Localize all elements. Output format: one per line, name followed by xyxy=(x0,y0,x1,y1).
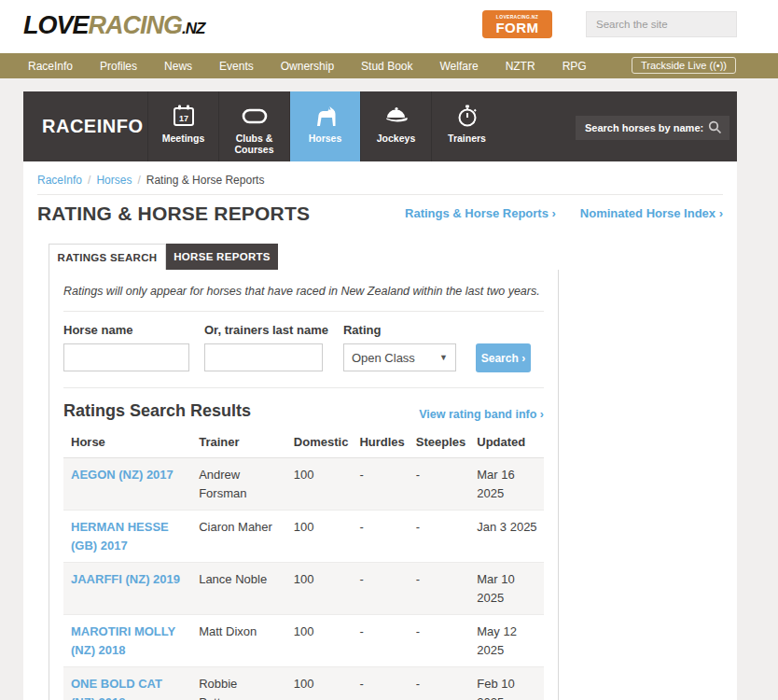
site-search-input[interactable] xyxy=(586,11,737,37)
domestic-cell: 100 xyxy=(286,667,353,700)
site-header: LOVERACING.NZ LOVERACING.NZ FORM xyxy=(0,0,778,53)
updated-cell: May 12 2025 xyxy=(469,615,544,667)
raceinfo-tab-meetings[interactable]: 17 Meetings xyxy=(147,91,218,161)
trainer-name-field: Or, trainers last name xyxy=(204,323,328,372)
hurdles-cell: - xyxy=(352,458,408,511)
steeples-cell: - xyxy=(409,511,469,563)
updated-cell: Mar 10 2025 xyxy=(469,563,544,615)
rating-label: Rating xyxy=(343,323,456,337)
updated-cell: Feb 10 2025 xyxy=(469,667,544,700)
form-button-label: FORM xyxy=(495,21,538,35)
raceinfo-tab-label: Horses xyxy=(309,133,342,144)
nav-item-stud-book[interactable]: Stud Book xyxy=(361,60,412,73)
nav-item-news[interactable]: News xyxy=(164,60,192,73)
horse-link[interactable]: AEGON (NZ) 2017 xyxy=(71,468,174,482)
col-trainer: Trainer xyxy=(191,427,286,458)
steeples-cell: - xyxy=(409,667,469,700)
search-button[interactable]: Search › xyxy=(476,343,531,372)
trainer-cell: Ciaron Maher xyxy=(191,511,286,563)
raceinfo-tab-horses[interactable]: Horses xyxy=(289,91,360,161)
view-rating-band-link[interactable]: View rating band info › xyxy=(419,408,544,421)
domestic-cell: 100 xyxy=(286,511,353,563)
nav-item-nztr[interactable]: NZTR xyxy=(506,60,535,73)
title-row: RATING & HORSE REPORTS Ratings & Horse R… xyxy=(37,203,723,225)
nav-item-raceinfo[interactable]: RaceInfo xyxy=(28,60,73,73)
col-hurdles: Hurdles xyxy=(352,427,408,458)
content-card: RACEINFO 17 Meetings Clubs & Courses xyxy=(23,91,737,700)
horse-link[interactable]: ONE BOLD CAT (NZ) 2018 xyxy=(71,677,162,700)
ratings-search-panel: Ratings will only appear for horses that… xyxy=(49,270,559,700)
ratings-horse-reports-link[interactable]: Ratings & Horse Reports › xyxy=(405,206,556,220)
horse-name-input[interactable] xyxy=(63,343,189,371)
trackside-live-button[interactable]: Trackside Live ((•)) xyxy=(632,57,736,74)
tab-horse-reports[interactable]: HORSE REPORTS xyxy=(166,244,278,270)
svg-text:17: 17 xyxy=(178,114,188,123)
loveracing-logo[interactable]: LOVERACING.NZ xyxy=(23,11,204,40)
domestic-cell: 100 xyxy=(286,615,353,667)
raceinfo-tab-jockeys[interactable]: Jockeys xyxy=(360,91,431,161)
trainer-cell: Robbie Patterson xyxy=(191,667,286,700)
updated-cell: Mar 16 2025 xyxy=(469,458,544,511)
horse-link[interactable]: JAARFFI (NZ) 2019 xyxy=(71,572,180,586)
nav-item-rpg[interactable]: RPG xyxy=(563,60,587,73)
horse-link[interactable]: MAROTIRI MOLLY (NZ) 2018 xyxy=(71,624,175,657)
rating-select[interactable]: Open Class ▼ xyxy=(343,343,456,371)
main-nav: RaceInfoProfilesNewsEventsOwnershipStud … xyxy=(0,53,778,78)
nav-item-profiles[interactable]: Profiles xyxy=(100,60,137,73)
horse-name-label: Horse name xyxy=(63,323,189,337)
breadcrumb-separator: / xyxy=(137,174,140,187)
raceinfo-tab-label: Trainers xyxy=(448,133,486,144)
breadcrumb-separator: / xyxy=(88,174,90,187)
search-icon[interactable] xyxy=(708,120,722,134)
horse-cell: HERMAN HESSE (GB) 2017 xyxy=(63,511,191,563)
logo-racing: RACING xyxy=(89,11,183,39)
ratings-note: Ratings will only appear for horses that… xyxy=(63,285,544,298)
horse-icon xyxy=(313,102,339,130)
results-title: Ratings Search Results xyxy=(63,401,251,421)
raceinfo-bar: RACEINFO 17 Meetings Clubs & Courses xyxy=(23,91,737,161)
divider xyxy=(63,387,544,388)
trainer-name-input[interactable] xyxy=(204,343,323,371)
tab-ratings-search[interactable]: RATINGS SEARCH xyxy=(49,244,166,270)
trainer-cell: Matt Dixon xyxy=(191,615,286,667)
horse-name-search-input[interactable] xyxy=(576,116,729,140)
breadcrumb-current: Rating & Horse Reports xyxy=(146,174,265,187)
hurdles-cell: - xyxy=(352,615,408,667)
domestic-cell: 100 xyxy=(286,458,353,511)
raceinfo-tab-clubs-courses[interactable]: Clubs & Courses xyxy=(218,91,289,161)
nav-item-welfare[interactable]: Welfare xyxy=(439,60,478,73)
col-domestic: Domestic xyxy=(286,427,353,458)
nav-item-ownership[interactable]: Ownership xyxy=(281,60,334,73)
horse-cell: ONE BOLD CAT (NZ) 2018 xyxy=(63,667,191,700)
steeples-cell: - xyxy=(409,615,469,667)
raceinfo-tab-label: Clubs & Courses xyxy=(225,133,285,155)
stadium-icon xyxy=(241,102,269,130)
title-links: Ratings & Horse Reports › Nominated Hors… xyxy=(405,203,723,220)
col-steeples: Steeples xyxy=(409,427,469,458)
horse-link[interactable]: HERMAN HESSE (GB) 2017 xyxy=(71,520,169,553)
ratings-table: Horse Trainer Domestic Hurdles Steeples … xyxy=(63,427,544,700)
tab-row: RATINGS SEARCH HORSE REPORTS xyxy=(49,244,737,270)
logo-nz: .NZ xyxy=(182,20,204,37)
steeples-cell: - xyxy=(409,458,469,511)
nominated-horse-index-link[interactable]: Nominated Horse Index › xyxy=(580,206,723,220)
raceinfo-tab-label: Meetings xyxy=(162,133,205,144)
form-button-top-text: LOVERACING.NZ xyxy=(496,15,538,20)
col-updated: Updated xyxy=(469,427,544,458)
breadcrumb-raceinfo[interactable]: RaceInfo xyxy=(37,174,82,187)
hurdles-cell: - xyxy=(352,667,408,700)
nav-item-events[interactable]: Events xyxy=(219,60,254,73)
breadcrumb-horses[interactable]: Horses xyxy=(96,174,132,187)
table-row: ONE BOLD CAT (NZ) 2018Robbie Patterson10… xyxy=(63,667,544,700)
calendar-icon: 17 xyxy=(171,102,197,130)
horse-cell: JAARFFI (NZ) 2019 xyxy=(63,563,191,615)
steeples-cell: - xyxy=(409,563,469,615)
raceinfo-tab-trainers[interactable]: Trainers xyxy=(431,91,502,161)
table-row: MAROTIRI MOLLY (NZ) 2018Matt Dixon100--M… xyxy=(63,615,544,667)
domestic-cell: 100 xyxy=(286,563,353,615)
stopwatch-icon xyxy=(454,102,480,130)
hurdles-cell: - xyxy=(352,563,408,615)
form-button[interactable]: LOVERACING.NZ FORM xyxy=(482,10,552,38)
trainer-cell: Andrew Forsman xyxy=(191,458,286,511)
horse-cell: AEGON (NZ) 2017 xyxy=(63,458,191,511)
